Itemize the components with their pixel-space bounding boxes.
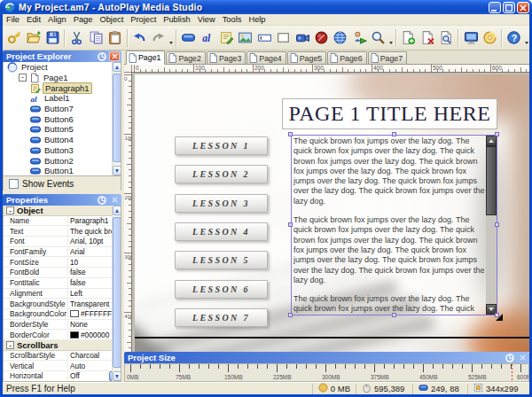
project-explorer-scrollbar[interactable]: [112, 62, 121, 175]
object-video-button[interactable]: [293, 27, 311, 48]
zoom-button[interactable]: [369, 27, 387, 48]
scroll-down-icon[interactable]: [113, 166, 121, 175]
redo-button[interactable]: [149, 27, 168, 48]
tab-page6[interactable]: Page6: [327, 51, 366, 64]
selection-handle[interactable]: [288, 313, 293, 317]
object-script-button[interactable]: [350, 27, 369, 48]
menu-publish[interactable]: Publish: [160, 14, 194, 26]
paste-button[interactable]: [106, 27, 124, 48]
tab-page7[interactable]: Page7: [368, 51, 407, 64]
tree-item-label1[interactable]: alLabel1: [4, 93, 121, 104]
scroll-down-icon[interactable]: [113, 371, 121, 381]
tab-page5[interactable]: Page5: [287, 51, 326, 64]
tab-page2[interactable]: Page2: [166, 51, 205, 64]
help-button[interactable]: ?: [505, 27, 523, 48]
minimize-button[interactable]: [489, 2, 501, 13]
menu-project[interactable]: Project: [127, 14, 160, 26]
lesson-button-1[interactable]: LESSON 1: [175, 136, 268, 155]
tab-page3[interactable]: Page3: [207, 51, 246, 64]
tree-item-button6[interactable]: Button6: [4, 113, 121, 124]
scroll-thumb[interactable]: [486, 146, 497, 215]
build-project-button[interactable]: [481, 27, 499, 48]
menu-object[interactable]: Object: [96, 14, 127, 26]
scroll-up-icon[interactable]: [113, 62, 121, 72]
dropdown-arrow-icon[interactable]: [388, 27, 395, 48]
object-rectangle-button[interactable]: [274, 27, 293, 48]
open-project-button[interactable]: [24, 27, 43, 48]
close-pane-icon[interactable]: [517, 353, 528, 362]
menu-view[interactable]: View: [194, 14, 219, 26]
tree-item-button7[interactable]: Button7: [4, 104, 121, 114]
close-pane-icon[interactable]: [109, 51, 120, 61]
tree-item-project[interactable]: Project: [4, 62, 121, 73]
tab-page4[interactable]: Page4: [246, 51, 286, 64]
paragraph-object[interactable]: The quick brown fox jumps over the lazy …: [291, 135, 497, 315]
resize-grip[interactable]: [496, 307, 503, 321]
object-button-button[interactable]: [179, 27, 198, 48]
lesson-button-5[interactable]: LESSON 5: [175, 251, 268, 269]
page-add-button[interactable]: [399, 27, 418, 48]
dropdown-arrow-icon[interactable]: [168, 27, 174, 48]
save-project-button[interactable]: [43, 27, 62, 48]
page-remove-button[interactable]: [418, 27, 436, 48]
close-pane-icon[interactable]: [109, 195, 120, 205]
scroll-thumb[interactable]: [113, 74, 121, 162]
tree-item-paragraph1[interactable]: Paragraph1: [4, 82, 121, 93]
scroll-up-icon[interactable]: [486, 136, 497, 146]
menu-tools[interactable]: Tools: [219, 14, 246, 26]
object-web-button[interactable]: [331, 27, 349, 48]
scroll-up-icon[interactable]: [113, 206, 121, 215]
selection-handle[interactable]: [495, 222, 499, 227]
selection-handle[interactable]: [288, 222, 293, 227]
page-title-object[interactable]: PAGE 1 TITLE HERE: [282, 98, 497, 129]
selection-handle[interactable]: [392, 132, 396, 136]
selection-handle[interactable]: [495, 132, 499, 136]
menu-edit[interactable]: Edit: [23, 14, 44, 26]
lesson-button-3[interactable]: LESSON 3: [175, 194, 268, 213]
page-icon: [330, 53, 338, 63]
tree-item-page1[interactable]: -Page1: [4, 73, 121, 83]
collapse-icon[interactable]: -: [6, 206, 14, 214]
selection-handle[interactable]: [392, 313, 396, 317]
copy-button[interactable]: [87, 27, 106, 48]
object-image-button[interactable]: [236, 27, 254, 48]
tree-item-button1[interactable]: Button1: [4, 166, 121, 176]
preview-application-button[interactable]: [461, 27, 480, 48]
tree-item-button5[interactable]: Button5: [4, 124, 121, 135]
collapse-icon[interactable]: -: [6, 341, 14, 349]
maximize-button[interactable]: [503, 2, 515, 13]
new-project-button[interactable]: [5, 27, 24, 48]
lesson-button-2[interactable]: LESSON 2: [175, 165, 268, 183]
dropdown-arrow-icon[interactable]: [524, 27, 530, 48]
tab-page1[interactable]: Page1: [126, 51, 165, 65]
menu-file[interactable]: File: [3, 14, 23, 26]
property-section-scrollbars[interactable]: -Scrollbars: [4, 340, 121, 351]
object-input-button[interactable]: [255, 27, 274, 48]
tree-item-button2[interactable]: Button2: [4, 155, 121, 166]
lesson-button-6[interactable]: LESSON 6: [175, 280, 268, 299]
lesson-button-4[interactable]: LESSON 4: [175, 222, 268, 241]
menu-align[interactable]: Align: [44, 14, 70, 26]
object-label-button[interactable]: al: [198, 27, 216, 48]
menu-help[interactable]: Help: [245, 14, 269, 26]
cut-button[interactable]: [67, 27, 86, 48]
design-page[interactable]: PAGE 1 TITLE HERE LESSON 1LESSON 2LESSON…: [135, 74, 529, 352]
autohide-icon[interactable]: [505, 353, 515, 362]
lesson-button-7[interactable]: LESSON 7: [175, 308, 268, 327]
scroll-thumb[interactable]: [113, 217, 121, 368]
tree-item-button4[interactable]: Button4: [4, 135, 121, 145]
tree-expander-icon[interactable]: -: [19, 74, 27, 82]
properties-scrollbar[interactable]: [112, 206, 121, 381]
autohide-icon[interactable]: [97, 51, 107, 61]
show-events-checkbox[interactable]: [9, 179, 19, 189]
page-preview-button[interactable]: [437, 27, 456, 48]
property-section-object[interactable]: -Object: [4, 206, 121, 216]
undo-button[interactable]: [130, 27, 149, 48]
menu-page[interactable]: Page: [70, 14, 97, 26]
autohide-icon[interactable]: [97, 195, 107, 205]
tree-item-button3[interactable]: Button3: [4, 145, 121, 156]
object-paragraph-button[interactable]: [217, 27, 236, 48]
close-button[interactable]: [517, 2, 529, 13]
object-hotspot-button[interactable]: [312, 27, 331, 48]
selection-handle[interactable]: [288, 132, 293, 136]
